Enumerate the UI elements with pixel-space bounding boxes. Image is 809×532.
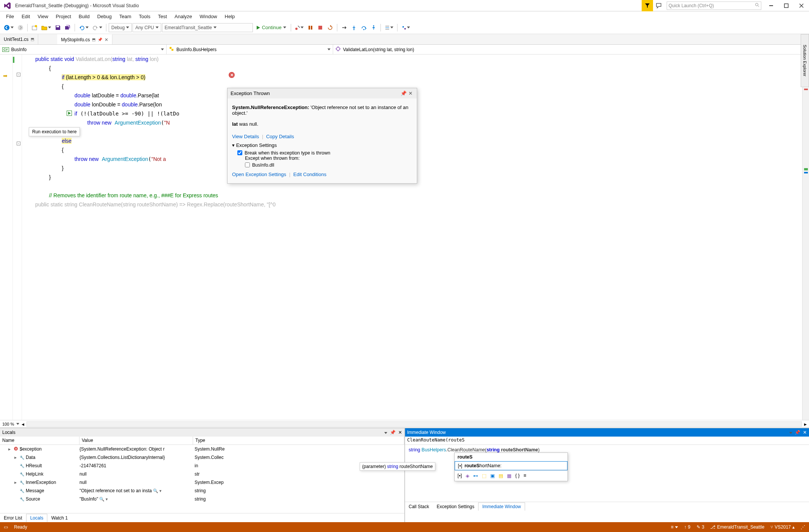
maximize-button[interactable]	[779, 0, 794, 11]
status-pending[interactable]: ✎ 3	[697, 524, 705, 530]
menu-edit[interactable]: Edit	[18, 12, 34, 20]
locals-row[interactable]: ▸🔧InnerExceptionnullSystem.Excep	[0, 478, 404, 487]
stop-debug-button[interactable]	[316, 23, 325, 32]
horizontal-scrollbar[interactable]	[26, 421, 802, 427]
save-button[interactable]	[53, 23, 62, 32]
status-publish[interactable]: ≡	[671, 524, 678, 530]
pin-icon[interactable]: 📌	[400, 90, 407, 96]
completion-item[interactable]: [▪] routeShortName:	[455, 461, 567, 470]
feedback-icon[interactable]	[653, 0, 664, 11]
filter-snippets-icon[interactable]: ≡	[524, 473, 526, 479]
close-icon[interactable]: ✕	[407, 90, 414, 96]
filter-fields-icon[interactable]: ⊷	[473, 473, 478, 479]
vertical-scrollbar[interactable]	[802, 55, 809, 427]
status-branch[interactable]: ⑂ VS2017 ▴	[770, 524, 795, 530]
nav-project-combo[interactable]: C# BusInfo	[0, 45, 167, 54]
menu-window[interactable]: Window	[196, 12, 221, 20]
col-type[interactable]: Type	[193, 437, 404, 445]
live-share-button[interactable]	[400, 23, 412, 32]
close-button[interactable]	[794, 0, 809, 11]
copy-details-link[interactable]: Copy Details	[266, 134, 294, 139]
break-all-button[interactable]	[293, 23, 305, 32]
restart-button[interactable]	[326, 23, 335, 32]
filter-locals-icon[interactable]: [▪]	[458, 473, 462, 479]
filter-namespaces-icon[interactable]: ▦	[507, 473, 511, 479]
menu-test[interactable]: Test	[154, 12, 171, 20]
tab-call-stack[interactable]: Call Stack	[405, 503, 433, 510]
intellitrace-button[interactable]	[383, 23, 395, 32]
pin2-icon[interactable]: 📌	[98, 37, 102, 42]
tab-mystopinfo[interactable]: MyStopInfo.cs ⬒ 📌 ✕	[57, 34, 112, 44]
locals-row[interactable]: 🔧HelpLinknullstr	[0, 470, 404, 478]
filter-keywords-icon[interactable]: { }	[515, 473, 520, 479]
menu-team[interactable]: Team	[115, 12, 135, 20]
notifications-icon[interactable]	[642, 0, 653, 11]
show-next-button[interactable]	[340, 23, 349, 32]
tab-exception-settings[interactable]: Exception Settings	[433, 503, 478, 510]
close-tab-icon[interactable]: ✕	[104, 37, 108, 42]
menu-project[interactable]: Project	[52, 12, 75, 20]
solution-explorer-tab[interactable]: Solution Explorer	[801, 34, 809, 87]
save-all-button[interactable]	[63, 23, 72, 32]
tab-error-list[interactable]: Error List	[0, 514, 26, 522]
config-combo[interactable]: Debug	[109, 23, 132, 32]
new-project-button[interactable]	[30, 23, 39, 32]
menu-help[interactable]: Help	[221, 12, 239, 20]
stop-button[interactable]	[306, 23, 315, 32]
pin-icon[interactable]: 📌	[795, 430, 800, 435]
status-repo[interactable]: ⎇ EmeraldTransit_Seattle	[710, 524, 764, 530]
pin-icon[interactable]: 📌	[390, 430, 396, 435]
window-menu-icon[interactable]	[384, 432, 387, 434]
pin-icon[interactable]: ⬒	[92, 37, 95, 42]
filter-methods-icon[interactable]: ◈	[466, 473, 469, 479]
platform-combo[interactable]: Any CPU	[132, 23, 161, 32]
immediate-input[interactable]: CleanRouteName(routeS	[405, 437, 809, 445]
nav-back-button[interactable]	[2, 23, 15, 32]
exc-settings-expander[interactable]: ▾	[232, 142, 236, 148]
locals-row[interactable]: ▸🔧Data{System.Collections.ListDictionary…	[0, 453, 404, 462]
col-name[interactable]: Name	[0, 437, 79, 445]
pin-icon[interactable]: ⬒	[31, 37, 34, 41]
code-editor[interactable]: ➡ - - public static void ValidateLatLon(…	[0, 55, 809, 427]
tab-watch1[interactable]: Watch 1	[47, 514, 72, 522]
continue-button[interactable]: Continue	[254, 25, 288, 30]
step-over-button[interactable]	[359, 23, 368, 32]
locals-row[interactable]: ▸✕$exception{System.NullReferenceExcepti…	[0, 445, 404, 453]
filter-classes-icon[interactable]: ⬚	[482, 473, 486, 479]
open-exception-settings-link[interactable]: Open Exception Settings	[232, 172, 286, 177]
tab-unittest1[interactable]: UnitTest1.cs ⬒	[0, 34, 38, 44]
run-to-click-icon[interactable]	[67, 111, 72, 116]
nav-member-combo[interactable]: ValidateLatLon(string lat, string lon)	[333, 45, 809, 54]
nav-fwd-button[interactable]	[16, 23, 25, 32]
quick-launch-input[interactable]: Quick Launch (Ctrl+Q)	[667, 2, 761, 10]
col-value[interactable]: Value	[79, 437, 193, 445]
menu-tools[interactable]: Tools	[135, 12, 154, 20]
close-icon[interactable]: ✕	[803, 430, 807, 435]
fold-icon[interactable]: -	[17, 142, 20, 145]
edit-conditions-link[interactable]: Edit Conditions	[293, 172, 326, 177]
zoom-combo[interactable]: 100 %	[2, 422, 14, 426]
tab-immediate-window[interactable]: Immediate Window	[478, 502, 525, 511]
menu-file[interactable]: File	[2, 12, 18, 20]
redo-button[interactable]	[91, 23, 104, 32]
menu-debug[interactable]: Debug	[94, 12, 115, 20]
filter-structs-icon[interactable]: ▣	[490, 473, 495, 479]
step-out-button[interactable]	[369, 23, 378, 32]
menu-analyze[interactable]: Analyze	[171, 12, 196, 20]
open-file-button[interactable]	[40, 23, 53, 32]
filter-enums-icon[interactable]: ▤	[499, 473, 503, 479]
close-icon[interactable]: ✕	[398, 430, 402, 435]
minimize-button[interactable]	[764, 0, 779, 11]
startup-combo[interactable]: EmeraldTransit_Seattle	[162, 23, 253, 32]
locals-row[interactable]: 🔧Source"BusInfo" 🔍 ▾string	[0, 495, 404, 503]
fold-icon[interactable]: -	[17, 73, 20, 76]
step-into-button[interactable]	[349, 23, 359, 32]
tab-locals[interactable]: Locals	[26, 514, 48, 522]
resize-grip-icon[interactable]: ⋰	[801, 524, 805, 530]
nav-class-combo[interactable]: BusInfo.BusHelpers	[167, 45, 333, 54]
locals-row[interactable]: 🔧Message"Object reference not set to an …	[0, 487, 404, 495]
undo-button[interactable]	[77, 23, 90, 32]
break-on-exception-checkbox[interactable]	[237, 150, 242, 155]
window-menu-icon[interactable]	[789, 432, 792, 434]
except-module-checkbox[interactable]	[245, 162, 250, 167]
